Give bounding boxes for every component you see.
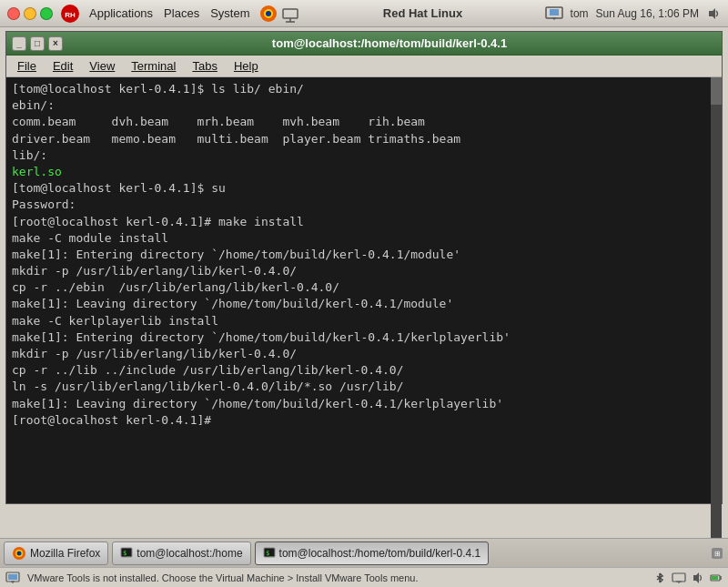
terminal-line: [tom@localhost kerl-0.4.1]$ ls lib/ ebin… xyxy=(12,81,709,97)
terminal-window: _ □ × tom@localhost:/home/tom/build/kerl… xyxy=(5,31,723,504)
scrollbar-track[interactable] xyxy=(711,77,722,549)
terminal-menu-terminal[interactable]: Terminal xyxy=(124,57,183,75)
svg-text:⊞: ⊞ xyxy=(714,550,721,558)
terminal-window-buttons: _ □ × xyxy=(12,36,63,51)
svg-text:RH: RH xyxy=(65,11,76,19)
svg-marker-29 xyxy=(693,572,699,583)
terminal-line: [root@localhost kerl-0.4.1]# xyxy=(12,412,709,429)
taskbar-terminal1-label: tom@localhost:/home xyxy=(136,547,242,560)
terminal-line: mkdir -p /usr/lib/erlang/lib/kerl-0.4.0/ xyxy=(12,346,709,362)
svg-rect-31 xyxy=(712,576,718,580)
window-buttons xyxy=(7,7,53,20)
terminal-menu-file[interactable]: File xyxy=(10,57,44,75)
window-max-btn[interactable] xyxy=(40,7,53,20)
terminal-line: cp -r ../ebin /usr/lib/erlang/lib/kerl-0… xyxy=(12,279,709,296)
status-battery-icon xyxy=(710,572,723,584)
svg-rect-23 xyxy=(8,574,17,580)
taskbar-firefox-label: Mozilla Firefox xyxy=(30,547,100,560)
terminal-line: kerl.so xyxy=(12,164,709,180)
applications-menu[interactable]: Applications xyxy=(84,5,158,22)
taskbar: Mozilla Firefox $_ tom@localhost:/home $… xyxy=(0,538,728,567)
terminal-line: lib/: xyxy=(12,147,709,164)
status-network-icon xyxy=(672,572,686,584)
rhel-logo: RH xyxy=(60,4,80,24)
terminal-menu-edit[interactable]: Edit xyxy=(46,57,80,75)
datetime-display: Sun Aug 16, 1:06 PM xyxy=(596,7,699,20)
svg-text:$_: $_ xyxy=(123,550,131,557)
terminal-menu-help[interactable]: Help xyxy=(227,57,266,75)
terminal-line: driver.beam memo.beam multi.beam player.… xyxy=(12,131,709,147)
terminal-line: make -C module install xyxy=(12,230,709,247)
terminal-menu-view[interactable]: View xyxy=(82,57,122,75)
svg-point-4 xyxy=(266,11,271,16)
status-message: VMware Tools is not installed. Choose th… xyxy=(27,572,419,583)
terminal-line: Password: xyxy=(12,197,709,213)
taskbar-icon1: ⊞ xyxy=(710,546,724,561)
terminal-menubar: File Edit View Terminal Tabs Help xyxy=(6,56,722,77)
terminal-title: tom@localhost:/home/tom/build/kerl-0.4.1 xyxy=(63,36,716,50)
vm-icon xyxy=(5,571,20,585)
system-bar-title: Red Hat Linux xyxy=(300,6,544,20)
terminal-minimize-btn[interactable]: _ xyxy=(12,36,26,51)
monitor-icon xyxy=(545,6,563,21)
username-display: tom xyxy=(571,7,589,20)
taskbar-terminal2-label: tom@localhost:/home/tom/build/kerl-0.4.1 xyxy=(279,547,481,560)
taskbar-terminal1[interactable]: $_ tom@localhost:/home xyxy=(112,541,250,565)
terminal-line: cp -r ../lib ../include /usr/lib/erlang/… xyxy=(12,362,709,379)
terminal-menu-tabs[interactable]: Tabs xyxy=(185,57,224,75)
terminal-line: make[1]: Entering directory `/home/tom/b… xyxy=(12,247,709,263)
terminal-close-btn[interactable]: × xyxy=(48,36,63,51)
firefox-icon[interactable] xyxy=(258,4,278,24)
taskbar-terminal1-icon: $_ xyxy=(120,547,133,560)
terminal-line: ln -s /usr/lib/erlang/lib/kerl-0.4.0/lib… xyxy=(12,379,709,395)
scrollbar-thumb[interactable] xyxy=(711,77,722,105)
terminal-line: [root@localhost kerl-0.4.1]# make instal… xyxy=(12,214,709,230)
terminal-line: mkdir -p /usr/lib/erlang/lib/kerl-0.4.0/ xyxy=(12,263,709,279)
svg-rect-9 xyxy=(550,9,559,15)
system-bar-right: tom Sun Aug 16, 1:06 PM xyxy=(545,6,721,21)
terminal-line: make[1]: Leaving directory `/home/tom/bu… xyxy=(12,296,709,312)
svg-rect-5 xyxy=(283,9,298,18)
terminal-line: make[1]: Leaving directory `/home/tom/bu… xyxy=(12,396,709,412)
terminal-line: make[1]: Entering directory `/home/tom/b… xyxy=(12,329,709,346)
terminal-line: make -C kerlplayerlib install xyxy=(12,313,709,329)
terminal-maximize-btn[interactable]: □ xyxy=(30,36,45,51)
terminal-titlebar: _ □ × tom@localhost:/home/tom/build/kerl… xyxy=(6,32,722,56)
volume-icon[interactable] xyxy=(706,6,721,21)
taskbar-firefox-icon xyxy=(12,546,26,561)
svg-marker-12 xyxy=(709,8,715,19)
svg-text:$_: $_ xyxy=(266,550,274,557)
terminal-content[interactable]: [tom@localhost kerl-0.4.1]$ ls lib/ ebin… xyxy=(6,77,722,503)
window-min-btn[interactable] xyxy=(24,7,36,20)
network-icon xyxy=(280,4,300,24)
places-menu[interactable]: Places xyxy=(158,5,205,22)
status-tray-icons xyxy=(653,572,723,584)
svg-point-15 xyxy=(17,551,22,555)
status-volume-icon xyxy=(692,572,704,584)
system-bar: RH Applications Places System Red Hat Li… xyxy=(0,0,728,27)
window-close-btn[interactable] xyxy=(7,7,20,20)
status-bar: VMware Tools is not installed. Choose th… xyxy=(0,567,728,587)
taskbar-firefox[interactable]: Mozilla Firefox xyxy=(4,541,108,565)
svg-rect-26 xyxy=(672,573,685,582)
system-menu[interactable]: System xyxy=(205,5,255,22)
taskbar-terminal2-icon: $_ xyxy=(263,547,276,560)
terminal-line: [tom@localhost kerl-0.4.1]$ su xyxy=(12,180,709,197)
terminal-line: ebin/: xyxy=(12,97,709,114)
taskbar-terminal2[interactable]: $_ tom@localhost:/home/tom/build/kerl-0.… xyxy=(255,541,490,565)
bluetooth-icon xyxy=(653,572,666,584)
terminal-line: comm.beam dvh.beam mrh.beam mvh.beam rih… xyxy=(12,114,709,130)
